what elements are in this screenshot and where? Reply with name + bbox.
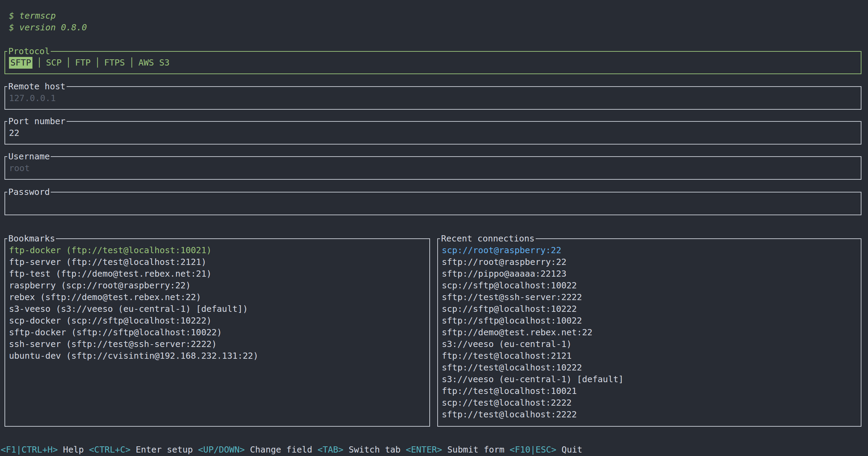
bookmarks-panel: Bookmarks ftp-docker (ftp://test@localho… bbox=[4, 238, 430, 427]
protocol-tab-aws-s3[interactable]: AWS S3 bbox=[138, 57, 169, 69]
password-field: Password bbox=[4, 192, 861, 215]
recent-connection-item[interactable]: scp://sftp@localhost:10022 bbox=[442, 280, 861, 291]
remote-host-field: Remote host bbox=[4, 86, 861, 110]
port-number-input[interactable] bbox=[5, 122, 861, 144]
recent-connection-item[interactable]: sftp://test@localhost:10222 bbox=[442, 362, 861, 374]
recent-connections-panel: Recent connections scp://root@raspberry:… bbox=[437, 238, 861, 427]
protocol-tabs: SFTP │ SCP │ FTP │ FTPS │ AWS S3 bbox=[5, 52, 861, 73]
tab-separator-icon: │ bbox=[66, 57, 71, 69]
recent-connection-item[interactable]: sftp://test@localhost:2222 bbox=[442, 409, 861, 420]
bookmark-item[interactable]: scp-docker (scp://sftp@localhost:10222) bbox=[9, 315, 429, 327]
key-hint-quit: <F10|ESC>Quit bbox=[510, 444, 583, 456]
key-hint-change-field: <UP/DOWN>Change field bbox=[198, 444, 312, 456]
key-hint-help-label: Help bbox=[63, 444, 84, 456]
recent-connection-item[interactable]: sftp://sftp@localhost:10022 bbox=[442, 315, 861, 327]
protocol-tab-scp[interactable]: SCP bbox=[46, 57, 61, 69]
bookmark-item[interactable]: ftp-server (ftp://test@localhost:2121) bbox=[9, 256, 429, 268]
password-input[interactable] bbox=[5, 192, 861, 215]
key-hint-submit-keys: <ENTER> bbox=[406, 444, 442, 456]
recent-connection-item[interactable]: sftp://test@ssh-server:2222 bbox=[442, 291, 861, 303]
bookmark-item[interactable]: sftp-docker (sftp://sftp@localhost:10022… bbox=[9, 327, 429, 338]
recent-connection-item[interactable]: scp://root@raspberry:22 bbox=[442, 245, 861, 256]
recent-connection-item[interactable]: s3://veeso (eu-central-1) bbox=[442, 338, 861, 350]
bookmarks-label: Bookmarks bbox=[7, 234, 56, 243]
recent-connection-item[interactable]: scp://test@localhost:2222 bbox=[442, 397, 861, 409]
keybar: <F1|CTRL+H>Help <CTRL+C>Enter setup <UP/… bbox=[1, 444, 868, 456]
key-hint-setup: <CTRL+C>Enter setup bbox=[89, 444, 193, 456]
terminal-prompt-version: $ version 0.8.0 bbox=[4, 22, 861, 33]
username-input[interactable] bbox=[5, 157, 861, 179]
protocol-selector: Protocol SFTP │ SCP │ FTP │ FTPS │ AWS S… bbox=[4, 51, 861, 74]
port-number-field: Port number bbox=[4, 121, 861, 145]
recent-connections-label: Recent connections bbox=[440, 234, 536, 243]
protocol-tab-ftp[interactable]: FTP bbox=[75, 57, 91, 69]
key-hint-switch-tab-label: Switch tab bbox=[349, 444, 401, 456]
bookmarks-list: ftp-docker (ftp://test@localhost:10021) … bbox=[5, 239, 429, 426]
tab-separator-icon: │ bbox=[95, 57, 100, 69]
recent-connection-item[interactable]: scp://sftp@localhost:10222 bbox=[442, 303, 861, 315]
key-hint-switch-tab: <TAB>Switch tab bbox=[318, 444, 401, 456]
tab-separator-icon: │ bbox=[129, 57, 134, 69]
bookmark-item[interactable]: ssh-server (sftp://test@ssh-server:2222) bbox=[9, 338, 429, 350]
terminal-prompt-title: $ termscp bbox=[4, 10, 861, 22]
recent-connection-item[interactable]: sftp://root@raspberry:22 bbox=[442, 256, 861, 268]
username-field: Username bbox=[4, 156, 861, 180]
key-hint-setup-keys: <CTRL+C> bbox=[89, 444, 130, 456]
key-hint-change-field-label: Change field bbox=[250, 444, 312, 456]
tab-separator-icon: │ bbox=[37, 57, 42, 69]
termscp-auth-screen: $ termscp $ version 0.8.0 Protocol SFTP … bbox=[0, 0, 868, 456]
key-hint-submit-label: Submit form bbox=[447, 444, 505, 456]
bookmark-item[interactable]: ftp-test (ftp://demo@test.rebex.net:21) bbox=[9, 268, 429, 280]
recent-connection-item[interactable]: sftp://pippo@aaaaa:22123 bbox=[442, 268, 861, 280]
key-hint-change-field-keys: <UP/DOWN> bbox=[198, 444, 245, 456]
recent-connection-item[interactable]: ftp://test@localhost:2121 bbox=[442, 350, 861, 362]
protocol-label: Protocol bbox=[7, 47, 51, 56]
bookmark-item[interactable]: rebex (sftp://demo@test.rebex.net:22) bbox=[9, 291, 429, 303]
recent-connection-item[interactable]: ftp://test@localhost:10021 bbox=[442, 385, 861, 397]
key-hint-setup-label: Enter setup bbox=[136, 444, 193, 456]
protocol-tab-sftp[interactable]: SFTP bbox=[9, 57, 32, 69]
password-label: Password bbox=[7, 188, 51, 197]
username-label: Username bbox=[7, 152, 51, 161]
bookmark-item[interactable]: ftp-docker (ftp://test@localhost:10021) bbox=[9, 245, 429, 256]
remote-host-label: Remote host bbox=[7, 82, 67, 91]
key-hint-submit: <ENTER>Submit form bbox=[406, 444, 505, 456]
key-hint-help-keys: <F1|CTRL+H> bbox=[1, 444, 58, 456]
recent-connection-item[interactable]: s3://veeso (eu-central-1) [default] bbox=[442, 374, 861, 385]
bookmark-item[interactable]: ubuntu-dev (sftp://cvisintin@192.168.232… bbox=[9, 350, 429, 362]
recent-connections-list: scp://root@raspberry:22 sftp://root@rasp… bbox=[438, 239, 861, 426]
port-number-label: Port number bbox=[7, 117, 67, 126]
key-hint-quit-keys: <F10|ESC> bbox=[510, 444, 556, 456]
bookmark-item[interactable]: s3-veeso (s3://veeso (eu-central-1) [def… bbox=[9, 303, 429, 315]
protocol-tab-ftps[interactable]: FTPS bbox=[104, 57, 125, 69]
key-hint-help: <F1|CTRL+H>Help bbox=[1, 444, 84, 456]
key-hint-quit-label: Quit bbox=[562, 444, 582, 456]
recent-connection-item[interactable]: sftp://demo@test.rebex.net:22 bbox=[442, 327, 861, 338]
key-hint-switch-tab-keys: <TAB> bbox=[318, 444, 343, 456]
remote-host-input[interactable] bbox=[5, 87, 861, 109]
bookmarks-and-recent: Bookmarks ftp-docker (ftp://test@localho… bbox=[4, 238, 861, 427]
bookmark-item[interactable]: raspberry (scp://root@raspberry:22) bbox=[9, 280, 429, 291]
